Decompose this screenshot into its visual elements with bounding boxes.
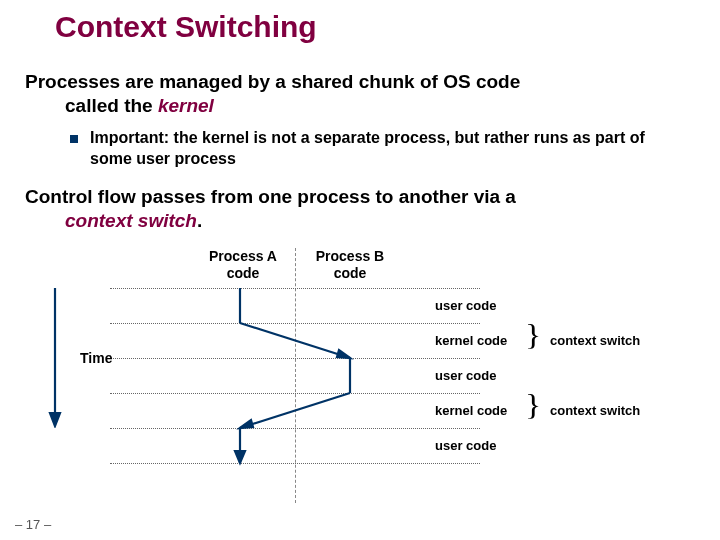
svg-marker-4: [337, 350, 350, 358]
bullet2-line2: context switch.: [25, 209, 695, 233]
bullet1-prefix: called the: [65, 95, 158, 116]
svg-marker-7: [240, 420, 253, 428]
bullet1-line2: called the kernel: [25, 94, 695, 118]
sub-bullet-1: Important: the kernel is not a separate …: [70, 128, 690, 170]
bullet1-em: kernel: [158, 95, 214, 116]
bullet-main-1: Processes are managed by a shared chunk …: [25, 70, 695, 118]
svg-line-3: [240, 323, 350, 358]
bullet2-em: context switch: [65, 210, 197, 231]
bullet1-line1: Processes are managed by a shared chunk …: [25, 71, 520, 92]
control-flow-path: [30, 248, 710, 508]
bullet-square-icon: [70, 135, 78, 143]
slide-title: Context Switching: [55, 10, 317, 44]
sub-bullet-text: Important: the kernel is not a separate …: [90, 128, 690, 170]
bullet2-suffix: .: [197, 210, 202, 231]
page-number: – 17 –: [15, 517, 51, 532]
svg-line-6: [240, 393, 350, 428]
bullet2-line1: Control flow passes from one process to …: [25, 186, 516, 207]
bullet-main-2: Control flow passes from one process to …: [25, 185, 695, 233]
svg-marker-9: [235, 451, 245, 463]
context-switch-diagram: Process A code Process B code user code …: [30, 248, 710, 503]
